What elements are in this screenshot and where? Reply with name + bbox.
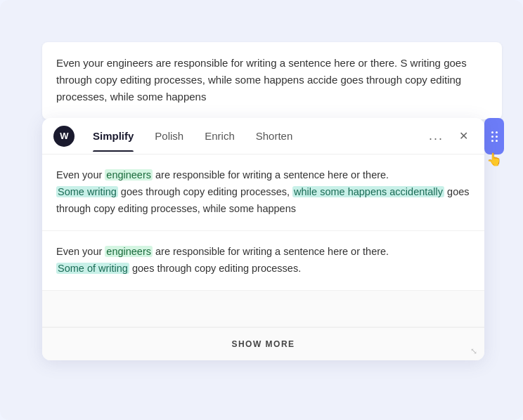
- tab-simplify[interactable]: Simplify: [83, 120, 143, 152]
- cursor-icon: 👆: [486, 152, 502, 167]
- text-normal: goes through copy editing processes.: [129, 263, 301, 274]
- highlight-while-some: while some happens accidentally: [292, 186, 444, 197]
- side-drag-handle[interactable]: 👆: [484, 118, 504, 155]
- tab-enrich[interactable]: Enrich: [195, 120, 245, 152]
- show-more-button[interactable]: SHOW MORE: [231, 339, 295, 349]
- show-more-bar: SHOW MORE ⤡: [42, 327, 484, 360]
- highlight-engineers-1: engineers: [105, 169, 153, 181]
- tab-polish[interactable]: Polish: [145, 120, 193, 152]
- text-normal: goes through copy editing processes,: [118, 186, 292, 197]
- text-normal: Even your: [56, 246, 105, 257]
- dot: [496, 131, 498, 133]
- text-normal: are responsible for writing a sentence h…: [153, 246, 389, 257]
- dot: [496, 140, 498, 142]
- dot: [491, 140, 493, 142]
- more-options-button[interactable]: ...: [423, 124, 449, 147]
- resize-handle[interactable]: ⤡: [470, 346, 477, 356]
- dot: [496, 136, 498, 138]
- background-text-area: Even your engineers are responsible for …: [42, 42, 502, 119]
- logo-letter: W: [60, 131, 67, 141]
- content-area: Even your engineers are responsible for …: [42, 155, 484, 360]
- text-normal: are responsible for writing a sentence h…: [153, 169, 389, 181]
- tab-shorten[interactable]: Shorten: [246, 120, 303, 152]
- toolbar: W Simplify Polish Enrich Shorten ... ✕: [42, 118, 484, 155]
- logo-icon: W: [53, 126, 75, 147]
- text-normal: Even your: [56, 169, 105, 181]
- main-panel: W Simplify Polish Enrich Shorten ... ✕: [42, 118, 484, 360]
- result-block-1: Even your engineers are responsible for …: [42, 155, 484, 231]
- drag-dots: [491, 131, 498, 142]
- bg-text: Even your engineers are responsible for …: [56, 57, 467, 103]
- page-wrapper: Even your engineers are responsible for …: [0, 0, 523, 420]
- highlight-some-of-writing: Some of writing: [56, 263, 129, 274]
- empty-block: [42, 291, 484, 327]
- highlight-engineers-2: engineers: [105, 246, 153, 257]
- dot: [491, 136, 493, 138]
- dot: [491, 131, 493, 133]
- result-block-2: Even your engineers are responsible for …: [42, 231, 484, 291]
- highlight-some-writing: Some writing: [56, 186, 118, 197]
- close-button[interactable]: ✕: [453, 126, 473, 146]
